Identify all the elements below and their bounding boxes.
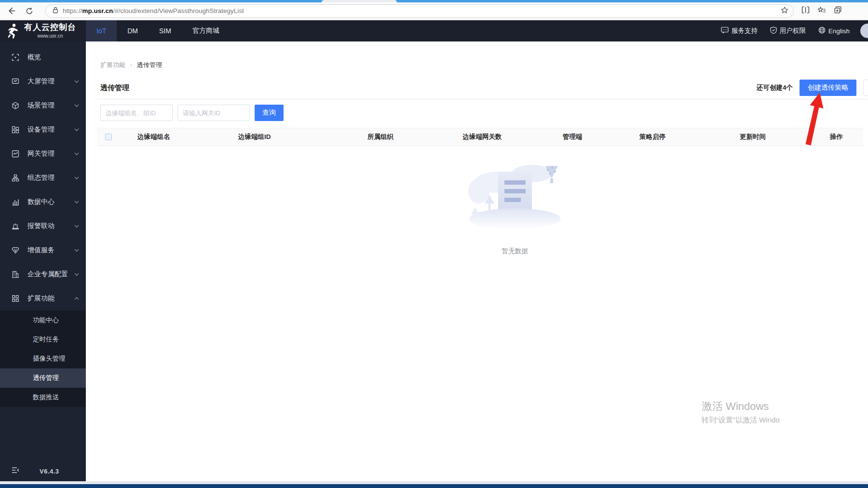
vas-icon	[12, 246, 20, 255]
sidebar-item-bigscreen[interactable]: 大屏管理	[0, 69, 86, 94]
empty-state: 暂无数据	[443, 157, 587, 256]
split-screen-icon[interactable]	[801, 6, 810, 16]
back-button[interactable]	[4, 4, 18, 18]
chevron-down-icon	[74, 176, 79, 179]
chevron-down-icon	[74, 104, 79, 107]
language-switch[interactable]: English	[818, 27, 850, 35]
select-all-checkbox[interactable]	[105, 134, 112, 140]
tab-official-mall[interactable]: 官方商城	[182, 20, 230, 41]
clipped-edge-button[interactable]	[863, 80, 868, 96]
windows-activation-watermark: 激活 Windows 转到“设置”以激活 Windo	[702, 399, 780, 425]
page-title: 透传管理	[100, 83, 129, 93]
service-support[interactable]: 服务支持	[721, 27, 758, 35]
col-strategy-toggle: 策略启停	[609, 133, 696, 141]
chevron-down-icon	[74, 201, 79, 203]
divider	[97, 99, 868, 99]
breadcrumb-parent[interactable]: 扩展功能	[100, 61, 125, 69]
col-organization: 所属组织	[332, 133, 429, 141]
browser-toolbar: https://mp.usr.cn/#/cloud/extend/ViewPas…	[0, 2, 868, 20]
sidebar-item-gateway[interactable]: 网关管理	[0, 142, 86, 166]
refresh-button[interactable]	[22, 4, 37, 18]
chevron-down-icon	[74, 128, 79, 131]
collections-icon[interactable]	[834, 6, 842, 16]
version-label: V6.4.3	[40, 468, 59, 475]
app-header: 有人云控制台 www.usr.cn IoT DM SIM 官方商城 服务支持 用…	[0, 20, 868, 41]
taskbar-edge	[0, 484, 868, 488]
breadcrumb-current: 透传管理	[137, 61, 162, 69]
overview-icon	[12, 54, 20, 62]
device-icon	[12, 126, 20, 134]
sidebar-item-scada[interactable]: 组态管理	[0, 166, 86, 190]
breadcrumb-separator-icon: ›	[130, 62, 132, 68]
enterprise-icon	[12, 271, 20, 279]
site-lock-icon[interactable]	[53, 7, 58, 15]
tab-sim[interactable]: SIM	[149, 20, 182, 41]
shield-icon	[770, 27, 777, 35]
gateway-icon	[12, 150, 20, 158]
sidebar: 概览 大屏管理 场景管理 设备管理 网关管理 组态管理 数据中心 报警联动 增值…	[0, 41, 86, 481]
col-management-end: 管理端	[536, 133, 609, 141]
empty-text: 暂无数据	[443, 247, 587, 256]
app-subtitle: www.usr.cn	[37, 33, 63, 39]
empty-illustration-icon	[460, 157, 570, 239]
alarm-icon	[12, 222, 20, 230]
chevron-down-icon	[74, 249, 79, 252]
sidebar-item-alarm[interactable]: 报警联动	[0, 214, 86, 238]
breadcrumb: 扩展功能 › 透传管理	[100, 61, 162, 69]
submenu-item-scheduled-task[interactable]: 定时任务	[0, 330, 86, 349]
bookmark-star-icon[interactable]	[781, 6, 788, 16]
sidebar-item-datacenter[interactable]: 数据中心	[0, 190, 86, 214]
chevron-up-icon	[74, 297, 79, 300]
chevron-down-icon	[74, 225, 79, 228]
sidebar-item-vas[interactable]: 增值服务	[0, 238, 86, 262]
sidebar-item-overview[interactable]: 概览	[0, 45, 86, 69]
tab-iot[interactable]: IoT	[86, 20, 117, 41]
chevron-down-icon	[74, 152, 79, 155]
table-header-row: 边缘端组名 边缘端组ID 所属组织 边缘端网关数 管理端 策略启停 更新时间 操…	[97, 128, 863, 146]
quota-remaining-label: 还可创建4个	[757, 83, 793, 92]
scene-icon	[12, 102, 20, 110]
datacenter-icon	[12, 198, 20, 206]
col-edge-group-name: 边缘端组名	[120, 133, 221, 141]
col-edge-group-id: 边缘端组ID	[221, 133, 332, 141]
chevron-down-icon	[74, 273, 79, 276]
collapse-sidebar-icon[interactable]	[12, 467, 19, 475]
user-permission[interactable]: 用户权限	[770, 27, 806, 35]
bigscreen-icon	[12, 78, 20, 86]
chevron-down-icon	[74, 80, 79, 83]
tab-dm[interactable]: DM	[117, 20, 149, 41]
favorites-icon[interactable]	[817, 6, 826, 16]
submenu-item-data-push[interactable]: 数据推送	[0, 388, 86, 407]
sidebar-item-extend[interactable]: 扩展功能	[0, 286, 86, 311]
address-bar[interactable]: https://mp.usr.cn/#/cloud/extend/ViewPas…	[45, 4, 794, 18]
gateway-id-search-input[interactable]	[177, 105, 250, 121]
edge-group-search-input[interactable]	[100, 105, 173, 121]
app-title: 有人云控制台	[24, 23, 76, 32]
sidebar-item-device[interactable]: 设备管理	[0, 118, 86, 142]
col-actions: 操作	[810, 133, 863, 141]
sidebar-item-scene[interactable]: 场景管理	[0, 94, 86, 118]
submenu-item-function-center[interactable]: 功能中心	[0, 311, 86, 330]
extend-submenu: 功能中心 定时任务 摄像头管理 透传管理 数据推送	[0, 311, 86, 407]
scada-icon	[12, 174, 20, 182]
header-nav: IoT DM SIM 官方商城	[86, 20, 230, 41]
col-update-time: 更新时间	[696, 133, 810, 141]
query-button[interactable]: 查询	[255, 105, 284, 121]
create-passthrough-strategy-button[interactable]: 创建透传策略	[800, 80, 856, 96]
submenu-item-passthrough-management[interactable]: 透传管理	[0, 368, 86, 388]
col-edge-gateway-count: 边缘端网关数	[429, 133, 536, 141]
submenu-item-camera-management[interactable]: 摄像头管理	[0, 349, 86, 368]
url-text: https://mp.usr.cn/#/cloud/extend/ViewPas…	[63, 7, 244, 14]
globe-icon	[818, 27, 826, 35]
extend-icon	[12, 295, 20, 303]
chat-icon	[721, 27, 729, 35]
usr-logo-icon	[6, 23, 20, 39]
logo[interactable]: 有人云控制台 www.usr.cn	[0, 20, 86, 41]
sidebar-item-enterprise[interactable]: 企业专属配置	[0, 262, 86, 286]
